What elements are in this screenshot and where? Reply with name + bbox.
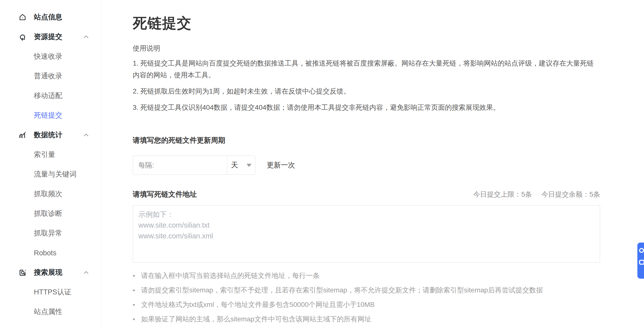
- feedback-icon: [639, 260, 644, 265]
- dead-link-file-textarea[interactable]: [133, 205, 600, 263]
- bullet-icon: •: [133, 301, 141, 308]
- main-content: 死链提交 使用说明 1. 死链提交工具是网站向百度提交死链的数据推送工具，被推送…: [101, 0, 644, 328]
- sidebar-item-crawl-diagnosis[interactable]: 抓取诊断: [0, 204, 101, 223]
- data-stats-icon: [18, 130, 28, 140]
- note-text: 文件地址格式为txt或xml，每个地址文件最多包含50000个网址且需小于10M…: [141, 301, 374, 308]
- note-item: •文件地址格式为txt或xml，每个地址文件最多包含50000个网址且需小于10…: [133, 301, 600, 308]
- sidebar-item-crawl-exception[interactable]: 抓取异常: [0, 223, 101, 243]
- quota-balance: 今日提交余额：5条: [541, 190, 600, 199]
- notes-list: •请在输入框中填写当前选择站点的死链文件地址，每行一条 •请勿提交索引型site…: [133, 272, 600, 323]
- usage-instruction-3: 3. 死链提交工具仅识别404数据，请提交404数据；请勿使用本工具提交非死链内…: [133, 102, 600, 113]
- file-address-header-row: 请填写死链文件地址 今日提交上限：5条 今日提交余额：5条: [133, 190, 600, 199]
- sidebar-item-label: 站点信息: [34, 12, 62, 22]
- note-text: 如果验证了网站的主域，那么sitemap文件中可包含该网站主域下的所有网址: [141, 315, 371, 323]
- file-address-label: 请填写死链文件地址: [133, 190, 197, 199]
- update-cycle-label: 请填写您的死链文件更新周期: [133, 136, 600, 145]
- home-icon: [18, 12, 28, 22]
- resource-submit-icon: [18, 32, 28, 42]
- bullet-icon: •: [133, 315, 141, 323]
- usage-instruction-1: 1. 死链提交工具是网站向百度提交死链的数据推送工具，被推送死链将被百度搜索屏蔽…: [133, 58, 600, 81]
- sidebar-group-label: 搜索展现: [34, 268, 62, 277]
- note-text: 请在输入框中填写当前选择站点的死链文件地址，每行一条: [141, 272, 320, 279]
- sidebar-item-mobile-adaptation[interactable]: 移动适配: [0, 86, 101, 106]
- note-text: 请勿提交索引型sitemap，索引型不予处理，且若存在索引型sitemap，将不…: [141, 286, 543, 294]
- note-item: •如果验证了网站的主域，那么sitemap文件中可包含该网站主域下的所有网址: [133, 315, 600, 323]
- sidebar-item-https-cert[interactable]: HTTPS认证: [0, 282, 101, 302]
- chevron-up-icon: [83, 33, 90, 40]
- sidebar-item-robots[interactable]: Robots: [0, 243, 101, 263]
- interval-input-group: 天: [133, 156, 256, 175]
- bullet-icon: •: [133, 272, 141, 279]
- help-circle-icon: [639, 248, 644, 253]
- usage-instruction-2: 2. 死链抓取后生效时间为1周，如超时未生效，请在反馈中心提交反馈。: [133, 85, 600, 97]
- note-item: •请在输入框中填写当前选择站点的死链文件地址，每行一条: [133, 272, 600, 279]
- note-item: •请勿提交索引型sitemap，索引型不予处理，且若存在索引型sitemap，将…: [133, 286, 600, 294]
- sidebar-item-crawl-frequency[interactable]: 抓取频次: [0, 184, 101, 204]
- sidebar-item-site-properties[interactable]: 站点属性: [0, 302, 101, 321]
- bullet-icon: •: [133, 286, 141, 294]
- sidebar-item-normal-inclusion[interactable]: 普通收录: [0, 66, 101, 86]
- sidebar-item-quick-inclusion[interactable]: 快速收录: [0, 47, 101, 66]
- unit-select-value: 天: [231, 160, 238, 170]
- caret-down-icon: [246, 164, 252, 167]
- sidebar-group-label: 资源提交: [34, 32, 62, 42]
- sidebar-item-index-volume[interactable]: 索引量: [0, 145, 101, 164]
- unit-select[interactable]: 天: [227, 156, 255, 175]
- search-display-icon: [18, 268, 28, 277]
- update-cycle-row: 天 更新一次: [133, 156, 600, 175]
- quota-limit: 今日提交上限：5条: [473, 190, 532, 199]
- sidebar-group-resource-submit[interactable]: 资源提交: [0, 27, 101, 47]
- sidebar-group-search-display[interactable]: 搜索展现: [0, 263, 101, 282]
- sidebar-group-data-stats[interactable]: 数据统计: [0, 125, 101, 145]
- feedback-float-button[interactable]: [638, 243, 644, 279]
- interval-input[interactable]: [133, 156, 227, 175]
- quota-info: 今日提交上限：5条 今日提交余额：5条: [473, 190, 600, 199]
- chevron-up-icon: [83, 132, 90, 138]
- sidebar-group-label: 数据统计: [34, 130, 62, 140]
- sidebar-item-dead-link-submit[interactable]: 死链提交: [0, 106, 101, 125]
- sidebar: 站点信息 资源提交 快速收录 普通收录 移动适配 死链提交 数据统计: [0, 0, 101, 328]
- sidebar-item-traffic-keywords[interactable]: 流量与关键词: [0, 164, 101, 184]
- sidebar-item-site-info[interactable]: 站点信息: [0, 7, 101, 27]
- page-title: 死链提交: [133, 14, 600, 33]
- usage-instructions-heading: 使用说明: [133, 44, 600, 53]
- chevron-up-icon: [83, 269, 90, 276]
- update-cycle-suffix: 更新一次: [267, 160, 295, 170]
